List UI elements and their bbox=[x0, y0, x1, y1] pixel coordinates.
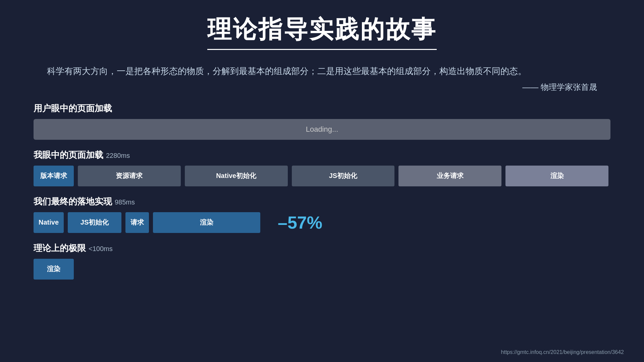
section-dev-label: 我眼中的页面加载2280ms bbox=[34, 149, 610, 161]
block-theory-render: 渲染 bbox=[34, 259, 74, 280]
block-final-native: Native bbox=[34, 212, 64, 233]
theory-blocks: 渲染 bbox=[34, 259, 610, 280]
section-final-label: 我们最终的落地实现985ms bbox=[34, 196, 610, 207]
page-wrapper: 理论指导实践的故事 科学有两大方向，一是把各种形态的物质，分解到最基本的组成部分… bbox=[0, 0, 644, 362]
loading-text: Loading... bbox=[306, 125, 338, 134]
block-native-init: Native初始化 bbox=[185, 166, 288, 186]
dev-view-blocks: 版本请求 资源请求 Native初始化 JS初始化 业务请求 渲染 bbox=[34, 166, 610, 186]
main-title: 理论指导实践的故事 bbox=[207, 13, 437, 50]
block-final-render: 渲染 bbox=[153, 212, 260, 233]
percent-text: –57% bbox=[278, 213, 322, 233]
block-version: 版本请求 bbox=[34, 166, 74, 186]
quote-text: 科学有两大方向，一是把各种形态的物质，分解到最基本的组成部分；二是用这些最基本的… bbox=[47, 63, 597, 79]
loading-bar: Loading... bbox=[34, 119, 610, 140]
section-theory-label: 理论上的极限<100ms bbox=[34, 242, 610, 254]
section-user-view: 用户眼中的页面加载 Loading... bbox=[34, 103, 610, 140]
quote-author: —— 物理学家张首晟 bbox=[47, 82, 597, 93]
block-final-req: 请求 bbox=[125, 212, 149, 233]
section-final: 我们最终的落地实现985ms Native JS初始化 请求 渲染 –57% bbox=[34, 196, 610, 233]
quote-section: 科学有两大方向，一是把各种形态的物质，分解到最基本的组成部分；二是用这些最基本的… bbox=[34, 63, 610, 93]
section-user-label: 用户眼中的页面加载 bbox=[34, 103, 610, 114]
final-view-blocks: Native JS初始化 请求 渲染 –57% bbox=[34, 212, 610, 233]
footer-url: https://gmtc.infoq.cn/2021/beijing/prese… bbox=[501, 349, 624, 355]
block-resource: 资源请求 bbox=[78, 166, 181, 186]
title-section: 理论指导实践的故事 bbox=[34, 13, 610, 50]
block-final-js-init: JS初始化 bbox=[68, 212, 121, 233]
section-theory: 理论上的极限<100ms 渲染 bbox=[34, 242, 610, 280]
block-biz-req: 业务请求 bbox=[398, 166, 501, 186]
block-js-init: JS初始化 bbox=[292, 166, 395, 186]
section-dev-view: 我眼中的页面加载2280ms 版本请求 资源请求 Native初始化 JS初始化… bbox=[34, 149, 610, 186]
block-render: 渲染 bbox=[505, 166, 608, 186]
